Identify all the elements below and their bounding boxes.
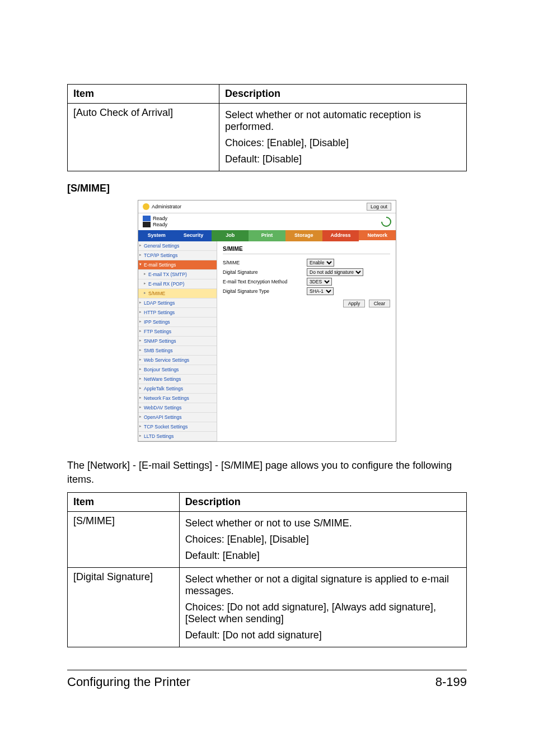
logout-button[interactable]: Log out xyxy=(367,203,391,211)
sidebar-item-lltd[interactable]: LLTD Settings xyxy=(138,432,217,441)
sidebar-item-tcpip[interactable]: TCP/IP Settings xyxy=(138,251,217,260)
sidebar-item-webservice[interactable]: Web Service Settings xyxy=(138,356,217,365)
sidebar-item-smime[interactable]: S/MIME xyxy=(138,289,217,298)
select-signature-type[interactable]: SHA-1 xyxy=(307,287,334,295)
refresh-icon[interactable] xyxy=(379,214,393,228)
status-ready: Ready xyxy=(153,216,167,222)
admin-label: Administrator xyxy=(152,204,181,209)
table1-header-desc: Description xyxy=(219,85,466,104)
tab-print[interactable]: Print xyxy=(249,230,285,241)
table2-header-item: Item xyxy=(68,492,180,511)
sidebar-item-email-rx[interactable]: E-mail RX (POP) xyxy=(138,279,217,289)
table2-item: [S/MIME] xyxy=(68,511,180,567)
table-smime-settings: Item Description [S/MIME] Select whether… xyxy=(67,492,467,647)
sidebar-item-appletalk[interactable]: AppleTalk Settings xyxy=(138,384,217,394)
tab-system[interactable]: System xyxy=(138,230,175,241)
sidebar-item-email[interactable]: E-mail Settings xyxy=(138,260,217,270)
admin-icon xyxy=(143,203,149,210)
table1-item: [Auto Check of Arrival] xyxy=(68,104,219,171)
table1-desc-line: Select whether or not automatic receptio… xyxy=(225,107,461,135)
form-label-sigtype: Digital Signature Type xyxy=(223,288,301,294)
table-row: [Digital Signature] Select whether or no… xyxy=(68,567,467,647)
table2-desc: Select whether or not to use S/MIME. Cho… xyxy=(179,511,466,567)
clear-button[interactable]: Clear xyxy=(369,300,390,307)
sidebar-item-email-tx[interactable]: E-mail TX (SMTP) xyxy=(138,270,217,279)
table-auto-check: Item Description [Auto Check of Arrival]… xyxy=(67,84,467,171)
printer-icon xyxy=(143,216,151,221)
table1-desc-line: Default: [Disable] xyxy=(225,151,461,167)
form-label-enc: E-mail Text Encryption Method xyxy=(223,279,301,284)
table-row: [Auto Check of Arrival] Select whether o… xyxy=(68,104,467,171)
table2-item: [Digital Signature] xyxy=(68,567,180,647)
sidebar-item-tcpsocket[interactable]: TCP Socket Settings xyxy=(138,422,217,432)
table2-desc: Select whether or not a digital signatur… xyxy=(179,567,466,647)
printer-icon xyxy=(143,222,151,227)
tab-security[interactable]: Security xyxy=(175,230,212,241)
table2-desc-line: Choices: [Enable], [Disable] xyxy=(185,531,461,548)
sidebar-item-webdav[interactable]: WebDAV Settings xyxy=(138,403,217,413)
table2-header-desc: Description xyxy=(179,492,466,511)
sidebar-item-networkfax[interactable]: Network Fax Settings xyxy=(138,394,217,403)
apply-button[interactable]: Apply xyxy=(343,300,365,307)
printer-web-screenshot: Administrator Log out Ready Ready System… xyxy=(138,200,396,442)
table2-desc-line: Select whether or not a digital signatur… xyxy=(185,571,461,599)
sidebar-item-ldap[interactable]: LDAP Settings xyxy=(138,298,217,308)
table2-desc-line: Default: [Do not add signature] xyxy=(185,627,461,643)
intro-paragraph: The [Network] - [E-mail Settings] - [S/M… xyxy=(67,459,467,487)
section-heading-smime: [S/MIME] xyxy=(67,183,467,194)
sidebar-item-ipp[interactable]: IPP Settings xyxy=(138,318,217,327)
table2-desc-line: Default: [Enable] xyxy=(185,548,461,564)
tab-network[interactable]: Network xyxy=(359,230,396,241)
main-panel-title: S/MIME xyxy=(223,246,390,254)
table2-desc-line: Choices: [Do not add signature], [Always… xyxy=(185,599,461,627)
sidebar-item-bonjour[interactable]: Bonjour Settings xyxy=(138,365,217,375)
tab-storage[interactable]: Storage xyxy=(285,230,322,241)
select-encryption-method[interactable]: 3DES xyxy=(307,278,332,286)
form-label-sig: Digital Signature xyxy=(223,269,301,275)
sidebar-item-general[interactable]: General Settings xyxy=(138,241,217,251)
sidebar-item-ftp[interactable]: FTP Settings xyxy=(138,327,217,337)
sidebar-item-snmp[interactable]: SNMP Settings xyxy=(138,337,217,346)
table2-desc-line: Select whether or not to use S/MIME. xyxy=(185,515,461,531)
table1-desc: Select whether or not automatic receptio… xyxy=(219,104,466,171)
sidebar-item-netware[interactable]: NetWare Settings xyxy=(138,375,217,384)
status-ready: Ready xyxy=(153,222,167,228)
table-row: [S/MIME] Select whether or not to use S/… xyxy=(68,511,467,567)
sidebar-item-http[interactable]: HTTP Settings xyxy=(138,308,217,318)
footer-left: Configuring the Printer xyxy=(67,675,190,689)
sidebar-item-smb[interactable]: SMB Settings xyxy=(138,346,217,356)
sidebar-item-openapi[interactable]: OpenAPI Settings xyxy=(138,413,217,422)
table1-desc-line: Choices: [Enable], [Disable] xyxy=(225,135,461,151)
select-digital-signature[interactable]: Do not add signature xyxy=(307,268,363,276)
form-label-smime: S/MIME xyxy=(223,260,301,265)
tab-address[interactable]: Address xyxy=(322,230,359,241)
tab-job[interactable]: Job xyxy=(212,230,249,241)
table1-header-item: Item xyxy=(68,85,219,104)
footer-page-number: 8-199 xyxy=(435,675,467,689)
select-smime[interactable]: Enable xyxy=(307,259,334,267)
